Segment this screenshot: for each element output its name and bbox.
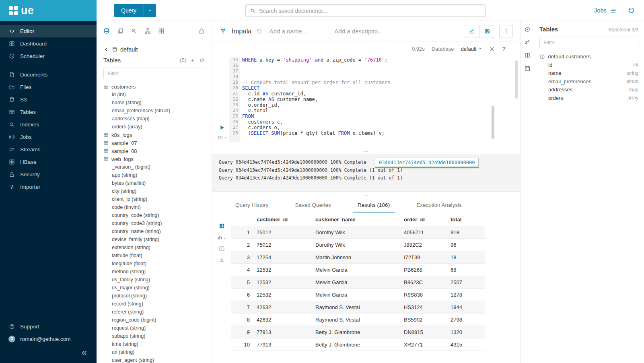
query-name-input[interactable] <box>270 28 330 35</box>
active-table-row[interactable]: default.customers <box>539 54 638 60</box>
column-item-orders[interactable]: orders (array) <box>103 123 212 131</box>
settings-gear-icon[interactable] <box>489 46 495 52</box>
save-button[interactable] <box>479 25 495 37</box>
column-item-region-code[interactable]: region_code (bigint) <box>103 316 212 324</box>
sidebar-item-importer[interactable]: Importer <box>0 181 97 193</box>
column-item-client-ip[interactable]: client_ip (string) <box>103 195 212 203</box>
help-button[interactable]: ? <box>502 45 506 52</box>
hue-logo[interactable]: ue <box>0 0 97 21</box>
column-item-time[interactable]: time (string) <box>103 340 212 348</box>
snippet-history-icon[interactable] <box>257 29 262 34</box>
column-item-country-code3[interactable]: country_code3 (string) <box>103 219 212 227</box>
bag-icon[interactable] <box>198 28 205 34</box>
sidebar-item-hbase[interactable]: HBase <box>0 156 97 168</box>
sidebar-item-romain-gethue-com[interactable]: Rromain@gethue.com <box>0 333 97 345</box>
table-row[interactable]: 412532Melvin GarciaPB626868 <box>231 264 485 276</box>
column-item-email-preferences[interactable]: email_preferencesstruct <box>539 77 638 86</box>
sidebar-item-editor[interactable]: Editor <box>0 25 97 37</box>
sidebar-item-tables[interactable]: Tables <box>0 106 97 118</box>
table-row[interactable]: 977913Betty J. GiambroneDN88151320 <box>231 326 485 338</box>
quick-actions-icon[interactable] <box>524 26 531 33</box>
jobs-link[interactable]: Jobs <box>594 7 617 14</box>
column-item-city[interactable]: city (string) <box>103 187 212 195</box>
back-chevron-icon[interactable] <box>103 47 109 52</box>
log-splitter-bottom[interactable] <box>212 192 520 198</box>
new-query-button[interactable]: Query <box>114 4 156 17</box>
sidebar-item-dashboard[interactable]: Dashboard <box>0 37 97 50</box>
sidebar-item-indexes[interactable]: Indexes <box>0 118 97 131</box>
sidebar-item-streams[interactable]: Streams <box>0 143 97 156</box>
columns-view-icon[interactable] <box>219 245 225 252</box>
execute-button[interactable] <box>219 124 225 131</box>
column-item-longitude[interactable]: longitude (float) <box>103 260 212 268</box>
column-item-id[interactable]: id (int) <box>103 91 212 99</box>
query-dropdown-caret-icon[interactable] <box>144 8 156 13</box>
documents-assist-icon[interactable] <box>117 28 123 34</box>
search-input[interactable] <box>259 8 481 14</box>
tab-saved-queries[interactable]: Saved Queries <box>290 202 336 212</box>
tab-execution-analysis[interactable]: Execution Analysis <box>412 202 467 212</box>
table-row[interactable]: 1077913Betty J. GiambroneXR27714315 <box>231 338 485 351</box>
column-item-country-name[interactable]: country_name (string) <box>103 227 212 235</box>
column-item-request[interactable]: request (string) <box>103 324 212 332</box>
editor-scrollbar[interactable] <box>492 106 494 139</box>
column-item-id[interactable]: idint <box>539 61 638 69</box>
column-item-country-code[interactable]: country_code (string) <box>103 211 212 219</box>
refresh-tables-icon[interactable] <box>199 58 205 63</box>
column-item-latitude[interactable]: latitude (float) <box>103 252 212 260</box>
code-lines[interactable]: WHERE a.key = 'shipping' and a.zip_code … <box>240 57 520 142</box>
sidebar-item-support[interactable]: Support <box>0 320 97 333</box>
column-item-orders[interactable]: ordersarray <box>539 94 638 102</box>
database-browser-icon[interactable] <box>103 28 110 34</box>
column-item-record[interactable]: record (string) <box>103 300 212 308</box>
chart-view-button[interactable] <box>217 234 226 240</box>
sidebar-item-scheduler[interactable]: Scheduler <box>0 50 97 62</box>
sidebar-item-security[interactable]: Security <box>0 168 97 181</box>
query-history-icon[interactable] <box>628 7 635 14</box>
column-item-addresses[interactable]: addressesmap <box>539 86 638 94</box>
main-scrollbar[interactable] <box>515 60 518 99</box>
column-item-email-preferences[interactable]: email_preferences (struct) <box>103 107 212 115</box>
column-item-os-family[interactable]: os_family (string) <box>103 276 212 284</box>
add-table-icon[interactable] <box>190 58 195 63</box>
database-select[interactable]: default <box>461 46 482 52</box>
column-item-user-agent[interactable]: user_agent (string) <box>103 356 212 363</box>
column-item-bytes[interactable]: bytes (smallint) <box>103 179 212 187</box>
column-item-url[interactable]: url (string) <box>103 348 212 356</box>
column-item-subapp[interactable]: subapp (string) <box>103 332 212 340</box>
sidebar-item-s3[interactable]: S3 <box>0 93 97 106</box>
column-item-referer[interactable]: referer (string) <box>103 308 212 316</box>
code-editor[interactable]: 1516171819202122232425262728 WHERE a.key… <box>212 56 520 142</box>
column-item-extension[interactable]: extension (string) <box>103 243 212 252</box>
more-actions-button[interactable] <box>499 25 513 37</box>
column-item-protocol[interactable]: protocol (string) <box>103 292 212 300</box>
column-item-method[interactable]: method (string) <box>103 268 212 276</box>
chart-button[interactable] <box>464 25 479 37</box>
zoom-search-icon[interactable] <box>131 28 137 34</box>
sitemap-icon[interactable] <box>144 28 151 34</box>
apps-grid-icon[interactable] <box>158 28 165 34</box>
table-item-web-logs[interactable]: web_logs <box>103 155 212 163</box>
table-row[interactable]: 612532Melvin GarciaR9S8381278 <box>231 289 485 301</box>
column-item-app[interactable]: app (string) <box>103 171 212 179</box>
collapse-sidebar-button[interactable]: « <box>0 345 97 363</box>
table-row[interactable]: 842632Raymond S. VestalBS59022798 <box>231 314 485 326</box>
column-item-addresses[interactable]: addresses (map) <box>103 115 212 123</box>
table-item-k8s-logs[interactable]: k8s_logs <box>103 131 212 139</box>
table-item-sample-08[interactable]: sample_08 <box>103 147 212 155</box>
table-row[interactable]: 742632Raymond S. VestalHS31241944 <box>231 301 485 314</box>
sidebar-item-documents[interactable]: Documents <box>0 68 97 81</box>
tables-filter-input[interactable] <box>103 68 205 79</box>
grid-view-icon[interactable] <box>219 223 225 229</box>
table-row[interactable]: 275012Dorothy WilkJ882C296 <box>231 239 485 251</box>
language-reference-icon[interactable] <box>524 52 531 58</box>
functions-icon[interactable]: x² <box>525 39 529 45</box>
tab-results-106[interactable]: Results (106) <box>353 202 395 212</box>
table-row[interactable]: 317254Martin JohnsonI72T3918 <box>231 251 485 264</box>
right-filter-input[interactable] <box>539 37 638 48</box>
column-item-name[interactable]: name (string) <box>103 99 212 107</box>
column-item-name[interactable]: namestring <box>539 69 638 78</box>
download-results-icon[interactable] <box>219 257 225 263</box>
sidebar-item-jobs[interactable]: Jobs <box>0 131 97 143</box>
table-item-sample-07[interactable]: sample_07 <box>103 139 212 147</box>
